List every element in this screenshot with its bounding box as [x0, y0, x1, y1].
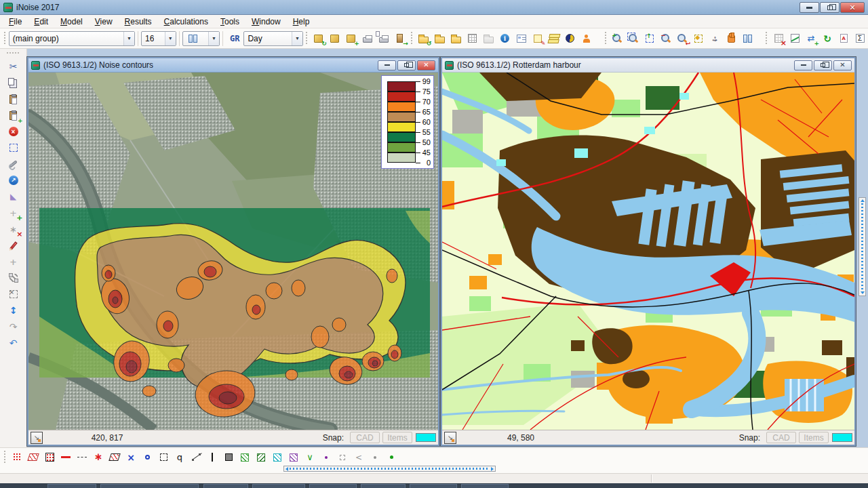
circle-point-icon[interactable] [140, 450, 155, 465]
scrollbar-track[interactable] [861, 203, 863, 290]
tree-view-icon[interactable] [514, 31, 529, 46]
measure-line-icon[interactable] [189, 450, 203, 465]
snap-cad-button[interactable]: CAD [350, 432, 380, 443]
menu-results[interactable]: Results [119, 16, 158, 28]
green-point-icon[interactable] [384, 450, 399, 465]
measure-position-icon[interactable]: ↘ [31, 432, 43, 444]
select-rect-icon[interactable] [5, 140, 22, 156]
chevron-down-icon[interactable]: ▼ [123, 32, 134, 45]
scrollbar-track[interactable] [290, 468, 490, 470]
zoom-out-icon[interactable]: − [658, 31, 673, 46]
chevron-down-icon[interactable]: ▼ [292, 32, 302, 45]
hatch-purple-icon[interactable] [286, 450, 301, 465]
new-model-icon[interactable]: + [344, 31, 359, 46]
measure-position-icon[interactable]: ↘ [444, 432, 456, 444]
resize-icon[interactable] [5, 270, 22, 286]
move-vertical-icon[interactable]: ↕ [5, 302, 22, 319]
zoom-previous-icon[interactable]: ↩ [675, 31, 690, 46]
paste-icon[interactable] [5, 91, 22, 107]
add-node-icon[interactable]: ++ [5, 205, 22, 221]
delete-results-icon[interactable]: × [771, 31, 786, 46]
child-titlebar[interactable]: (ISO 9613.1/2) Noise contours ✕ [28, 58, 438, 73]
line-source-icon[interactable] [58, 450, 73, 465]
child-titlebar[interactable]: (ISO 9613.1/2) Rotterdam harbour ✕ [442, 58, 854, 73]
navigate-icon[interactable]: ↗ [5, 172, 22, 188]
chevron-down-icon[interactable]: ▼ [208, 32, 219, 45]
open-recent-icon[interactable]: ↺ [416, 31, 431, 46]
clone-node-icon[interactable]: + [5, 253, 22, 270]
undo-icon[interactable]: ↶ [5, 335, 22, 351]
rotterdam-harbour-window[interactable]: (ISO 9613.1/2) Rotterdam harbour ✕ [441, 57, 856, 446]
add-calculation-icon[interactable]: ⇄+ [804, 31, 818, 46]
zoom-in-icon[interactable]: + [610, 31, 625, 46]
mdi-horizontal-scrollbar[interactable] [283, 466, 496, 472]
filled-building-icon[interactable] [221, 450, 236, 465]
scroll-down-icon[interactable] [861, 291, 865, 294]
style-select[interactable]: ▼ [182, 31, 220, 46]
open-folder-icon[interactable] [433, 31, 448, 46]
grid-table-icon[interactable] [465, 31, 480, 46]
toolbar-grip[interactable] [410, 32, 414, 45]
valley-icon[interactable]: ∨ [302, 450, 317, 465]
toolbar-grip[interactable] [7, 52, 20, 55]
chevron-down-icon[interactable]: ▼ [165, 32, 176, 45]
restore-button[interactable] [820, 2, 840, 13]
child-restore-button[interactable] [397, 60, 416, 70]
noise-contours-window[interactable]: (ISO 9613.1/2) Noise contours ✕ [27, 57, 439, 446]
pan-icon[interactable] [724, 31, 738, 46]
toolbar-grip[interactable] [604, 32, 608, 45]
toolbar-grip[interactable] [3, 451, 7, 464]
minimize-button[interactable] [800, 2, 819, 13]
barrier-icon[interactable]: q [172, 450, 187, 465]
print-icon[interactable] [360, 31, 375, 46]
hatch-green-icon[interactable] [237, 450, 252, 465]
scroll-up-icon[interactable] [861, 199, 865, 202]
purple-point-icon[interactable] [319, 450, 334, 465]
menu-model[interactable]: Model [54, 16, 89, 28]
fit-extent-icon[interactable]: × [5, 286, 22, 302]
snap-color-swatch[interactable] [416, 433, 436, 442]
size-select[interactable]: 16 ▼ [141, 31, 176, 46]
child-restore-button[interactable] [814, 60, 832, 70]
menu-help[interactable]: Help [287, 16, 316, 28]
toolbar-grip[interactable] [3, 32, 7, 45]
dashed-rect-icon[interactable] [156, 450, 171, 465]
menu-edit[interactable]: Edit [28, 16, 54, 28]
snap-color-swatch[interactable] [832, 433, 852, 442]
snap-items-button[interactable]: Items [382, 432, 412, 443]
menu-view[interactable]: View [89, 16, 119, 28]
close-button[interactable]: ✕ [840, 2, 865, 13]
child-close-button[interactable]: ✕ [833, 60, 852, 70]
grid-points-icon[interactable] [9, 450, 24, 465]
refresh-icon[interactable]: ↻ [820, 31, 835, 46]
hatch-diag-icon[interactable] [254, 450, 269, 465]
user-export-icon[interactable] [579, 31, 594, 46]
redo-icon[interactable]: ↷ [5, 319, 22, 335]
child-minimize-button[interactable] [794, 60, 812, 70]
copy-icon[interactable] [5, 75, 22, 91]
toolbar-grip[interactable] [765, 32, 768, 45]
erase-icon[interactable] [5, 237, 22, 253]
dotted-area-icon[interactable] [42, 450, 57, 465]
rotterdam-harbour-map[interactable] [442, 73, 854, 430]
cut-icon[interactable]: ✂ [5, 58, 22, 75]
vertical-line-icon[interactable] [205, 450, 220, 465]
angle-icon[interactable]: < [351, 450, 366, 465]
edit-notes-icon[interactable]: ✎ [530, 31, 545, 46]
menu-window[interactable]: Window [245, 16, 287, 28]
pages-icon[interactable] [547, 31, 561, 46]
group-select[interactable]: (main group) ▼ [9, 31, 135, 46]
hatched-building-icon[interactable] [26, 450, 41, 465]
cross-source-icon[interactable]: × [123, 450, 138, 465]
delete-node-icon[interactable]: ∗× [5, 221, 22, 237]
menu-tools[interactable]: Tools [214, 16, 245, 28]
child-close-button[interactable]: ✕ [417, 60, 435, 70]
zoom-up-icon[interactable]: ↑ [642, 31, 657, 46]
tools-icon[interactable] [5, 156, 22, 172]
report-icon[interactable]: A [836, 31, 851, 46]
split-view-icon[interactable] [740, 31, 755, 46]
delete-icon[interactable]: × [5, 123, 22, 140]
zoom-extents-icon[interactable]: ↔↕ [707, 31, 722, 46]
info-icon[interactable]: i [498, 31, 513, 46]
toolbar-grip[interactable] [305, 32, 309, 45]
